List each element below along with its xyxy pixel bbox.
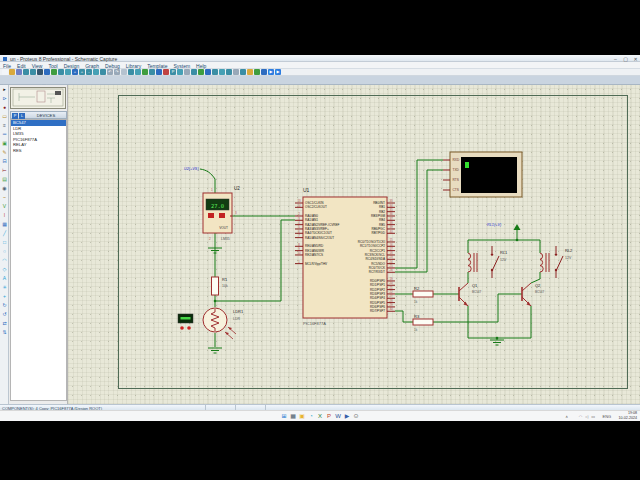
- device-item-res[interactable]: RES: [11, 148, 66, 154]
- wire-autorouter-icon[interactable]: [198, 69, 204, 75]
- bus-icon[interactable]: ═: [0, 130, 9, 139]
- 2d-markers-icon[interactable]: +: [0, 292, 9, 301]
- r2-resistor[interactable]: R2 1k: [413, 286, 433, 305]
- grid-toggle-icon[interactable]: [58, 69, 64, 75]
- u1-pic16f877a[interactable]: U1 PIC16F877A 13OSC1/CLKIN14OSC2/CLKOUT2…: [295, 187, 395, 326]
- electrical-rules-check-icon[interactable]: [254, 69, 260, 75]
- ldr-decrease-button[interactable]: [187, 326, 191, 330]
- step-button-icon[interactable]: ▶: [275, 69, 281, 75]
- pick-device-icon[interactable]: P: [170, 69, 176, 75]
- 2d-line-icon[interactable]: ╱: [0, 229, 9, 238]
- part-value[interactable]: 12V: [500, 258, 507, 262]
- copy-icon[interactable]: [128, 69, 134, 75]
- menu-system[interactable]: System: [170, 62, 193, 69]
- part-ref[interactable]: LDR1: [233, 309, 244, 314]
- q1-transistor[interactable]: Q1 BC547: [459, 283, 482, 306]
- menu-library[interactable]: Library: [123, 62, 144, 69]
- zoom-area-icon[interactable]: [100, 69, 106, 75]
- graph-mode-icon[interactable]: ▤: [0, 175, 9, 184]
- start-button[interactable]: ⊞: [280, 411, 289, 422]
- text-script-icon[interactable]: ≡: [0, 121, 9, 130]
- selection-mode-icon[interactable]: ▸: [0, 85, 9, 94]
- part-ref[interactable]: R2: [414, 286, 420, 291]
- 2d-circle-icon[interactable]: ○: [0, 247, 9, 256]
- title-bar[interactable]: un - Proteus 8 Professional - Schematic …: [0, 55, 640, 62]
- 2d-text-icon[interactable]: A: [0, 274, 9, 283]
- zoom-in-icon[interactable]: +: [79, 69, 85, 75]
- tape-recorder-icon[interactable]: ◉: [0, 184, 9, 193]
- import-icon[interactable]: [23, 69, 29, 75]
- virtual-terminal[interactable]: RXDTXDRTSCTS: [443, 152, 522, 197]
- x-mirror-icon[interactable]: ⇄: [0, 319, 9, 328]
- voltage-probe-icon[interactable]: V: [0, 202, 9, 211]
- 2d-box-icon[interactable]: □: [0, 238, 9, 247]
- pick-devices-button[interactable]: P: [12, 113, 18, 119]
- netlist-to-ares-icon[interactable]: [261, 69, 267, 75]
- wifi-icon[interactable]: ◠: [579, 411, 583, 422]
- q2-transistor[interactable]: Q2 BC547: [522, 283, 545, 306]
- rl1-relay[interactable]: RL1 12V: [468, 246, 508, 278]
- menu-help[interactable]: Help: [193, 62, 209, 69]
- schematic-editor[interactable]: RL1(+V) U2(+VS) 27.0 VOUT 1 3 2 U2 LM35: [68, 85, 640, 404]
- bill-of-materials-icon[interactable]: [247, 69, 253, 75]
- 2d-path-icon[interactable]: ◇: [0, 265, 9, 274]
- wire-label-icon[interactable]: ▭: [0, 112, 9, 121]
- virtual-instruments-icon[interactable]: ▦: [0, 220, 9, 229]
- part-value[interactable]: 12V: [565, 256, 572, 260]
- part-ref[interactable]: Q1: [472, 283, 478, 288]
- overview-thumbnail[interactable]: [10, 87, 66, 109]
- part-value[interactable]: PIC16F877A: [303, 321, 326, 326]
- lm35-increment-button[interactable]: [208, 213, 214, 218]
- menu-view[interactable]: View: [29, 62, 46, 69]
- menu-design[interactable]: Design: [61, 62, 83, 69]
- part-ref[interactable]: U1: [303, 187, 310, 193]
- block-rotate-icon[interactable]: [156, 69, 162, 75]
- rotate-clockwise-icon[interactable]: ↻: [0, 301, 9, 310]
- lm35-decrement-button[interactable]: [219, 213, 225, 218]
- part-value[interactable]: BC547: [535, 290, 545, 294]
- rl2-relay[interactable]: RL2 12V: [540, 246, 573, 278]
- refresh-icon[interactable]: [51, 69, 57, 75]
- power-net-label[interactable]: U2(+VS): [184, 167, 199, 171]
- menu-edit[interactable]: Edit: [14, 62, 29, 69]
- redo-icon[interactable]: ↷: [114, 69, 120, 75]
- device-pin-icon[interactable]: ⊢: [0, 166, 9, 175]
- minimize-button[interactable]: –: [611, 56, 620, 62]
- print-icon[interactable]: [37, 69, 43, 75]
- u2-lm35-sensor[interactable]: 27.0 VOUT 1 3 2 U2 LM35: [203, 186, 240, 241]
- power-net-label[interactable]: RL1(+V): [487, 223, 502, 227]
- menu-file[interactable]: File: [0, 62, 14, 69]
- schematic-canvas[interactable]: RL1(+V) U2(+VS) 27.0 VOUT 1 3 2 U2 LM35: [68, 85, 640, 404]
- part-ref[interactable]: U2: [234, 186, 240, 191]
- part-value[interactable]: 1k: [414, 300, 418, 304]
- r1-resistor[interactable]: R1 10k: [212, 277, 228, 295]
- cut-icon[interactable]: [121, 69, 127, 75]
- goto-sheet-icon[interactable]: [240, 69, 246, 75]
- center-cursor-icon[interactable]: +: [72, 69, 78, 75]
- property-assignment-icon[interactable]: [212, 69, 218, 75]
- part-ref[interactable]: RL1: [500, 250, 508, 255]
- current-probe-icon[interactable]: I: [0, 211, 9, 220]
- language-indicator[interactable]: ENG: [602, 411, 611, 422]
- settings[interactable]: ⊙: [352, 411, 361, 422]
- battery-icon[interactable]: ▭: [591, 411, 595, 422]
- y-mirror-icon[interactable]: ⇅: [0, 328, 9, 337]
- play-button-icon[interactable]: ▶: [268, 69, 274, 75]
- design-explorer-icon[interactable]: [219, 69, 225, 75]
- make-device-icon[interactable]: [177, 69, 183, 75]
- part-value[interactable]: BC547: [472, 290, 482, 294]
- taskbar-clock[interactable]: 19:08 10-02-2024: [619, 411, 637, 420]
- packaging-tool-icon[interactable]: [184, 69, 190, 75]
- junction-dot-icon[interactable]: ●: [0, 103, 9, 112]
- ldr1-sensor[interactable]: LDR1 LDR: [178, 308, 244, 339]
- decompose-icon[interactable]: [191, 69, 197, 75]
- tray-chevron-icon[interactable]: ∧: [565, 411, 568, 422]
- file-explorer[interactable]: ▣: [298, 411, 307, 422]
- proteus[interactable]: ▶: [343, 411, 352, 422]
- powerpoint[interactable]: P: [325, 411, 334, 422]
- new-root-sheet-icon[interactable]: [226, 69, 232, 75]
- undo-icon[interactable]: ↶: [107, 69, 113, 75]
- r3-resistor[interactable]: R3 1k: [413, 314, 433, 333]
- menu-template[interactable]: Template: [144, 62, 170, 69]
- power-terminal[interactable]: [514, 224, 521, 230]
